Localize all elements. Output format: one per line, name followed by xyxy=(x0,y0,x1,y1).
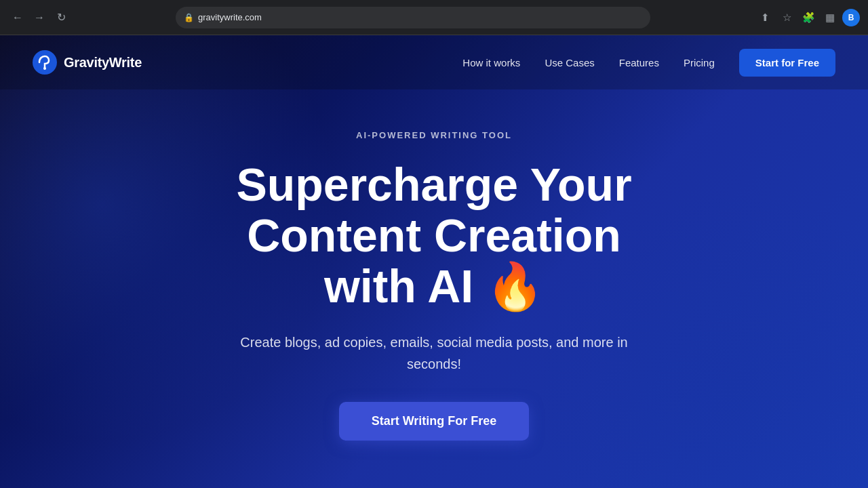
logo-text: GravityWrite xyxy=(64,55,142,70)
start-writing-button[interactable]: Start Writing For Free xyxy=(339,402,530,441)
lock-icon: 🔒 xyxy=(184,13,194,22)
hero-title-line2: Content Creation xyxy=(247,209,621,261)
hero-badge: AI-POWERED WRITING TOOL xyxy=(356,130,512,140)
profile-button[interactable]: B xyxy=(842,9,860,26)
start-for-free-button[interactable]: Start for Free xyxy=(739,49,835,77)
navbar: GravityWrite How it works Use Cases Feat… xyxy=(0,35,868,89)
url-text: gravitywrite.com xyxy=(198,12,262,22)
hero-title: Supercharge Your Content Creation with A… xyxy=(236,159,631,311)
nav-pricing[interactable]: Pricing xyxy=(684,57,715,68)
share-button[interactable]: ⬆ xyxy=(755,8,774,27)
hero-title-line3: with AI 🔥 xyxy=(324,260,544,312)
back-button[interactable]: ← xyxy=(8,8,27,27)
logo[interactable]: GravityWrite xyxy=(33,50,142,75)
refresh-button[interactable]: ↻ xyxy=(52,8,71,27)
forward-button[interactable]: → xyxy=(30,8,49,27)
browser-actions: ⬆ ☆ 🧩 ▦ B xyxy=(755,8,860,27)
svg-point-1 xyxy=(43,67,46,70)
hero-subtitle: Create blogs, ad copies, emails, social … xyxy=(224,331,644,375)
sidebar-button[interactable]: ▦ xyxy=(821,8,840,27)
svg-point-0 xyxy=(33,50,57,75)
browser-nav-buttons: ← → ↻ xyxy=(8,8,71,27)
bookmark-button[interactable]: ☆ xyxy=(777,8,796,27)
browser-chrome: ← → ↻ 🔒 gravitywrite.com ⬆ ☆ 🧩 ▦ B xyxy=(0,0,868,35)
website-content: GravityWrite How it works Use Cases Feat… xyxy=(0,35,868,488)
nav-use-cases[interactable]: Use Cases xyxy=(545,57,594,68)
address-bar[interactable]: 🔒 gravitywrite.com xyxy=(176,7,650,28)
extensions-button[interactable]: 🧩 xyxy=(799,8,818,27)
hero-section: AI-POWERED WRITING TOOL Supercharge Your… xyxy=(0,89,868,441)
nav-features[interactable]: Features xyxy=(619,57,659,68)
nav-how-it-works[interactable]: How it works xyxy=(462,57,520,68)
logo-icon xyxy=(33,50,57,75)
hero-title-line1: Supercharge Your xyxy=(236,159,631,210)
nav-links: How it works Use Cases Features Pricing … xyxy=(462,49,835,77)
